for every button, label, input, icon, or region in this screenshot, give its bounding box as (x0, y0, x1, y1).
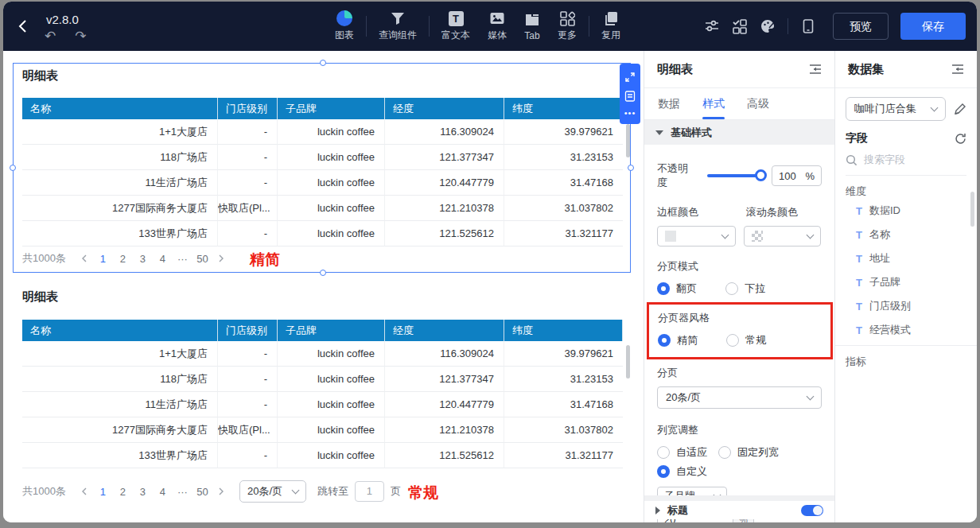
column-header[interactable]: 门店级别 (218, 98, 278, 119)
column-header[interactable]: 子品牌 (278, 98, 385, 119)
page-number[interactable]: 50 (192, 486, 212, 498)
tool-richtext[interactable]: T 富文本 (433, 11, 479, 42)
selection-handle[interactable] (10, 165, 16, 171)
component-manage-icon[interactable] (732, 18, 748, 34)
table1-scrollbar[interactable] (626, 124, 630, 157)
page-number[interactable]: 1 (93, 486, 113, 498)
page-number[interactable]: 2 (113, 253, 133, 265)
radio-page-flip[interactable] (657, 282, 670, 295)
global-settings-icon[interactable] (704, 18, 720, 34)
save-button[interactable]: 保存 (900, 13, 966, 40)
field-item[interactable]: T门店级别 (846, 294, 966, 318)
radio-paginator-normal[interactable] (726, 334, 739, 347)
column-header[interactable]: 经度 (385, 98, 504, 119)
more-actions-icon[interactable]: ••• (624, 111, 636, 115)
redo-icon[interactable]: ↷ (75, 28, 86, 45)
fullscreen-icon[interactable] (625, 72, 635, 82)
back-button[interactable] (16, 18, 32, 34)
basic-style-section-header[interactable]: 基础样式 (644, 120, 834, 145)
field-item[interactable]: T数据ID (846, 199, 966, 223)
tool-query-component[interactable]: 查询组件 (370, 10, 426, 42)
table-cell: 116.309024 (385, 341, 504, 367)
tab-advanced[interactable]: 高级 (747, 88, 769, 119)
chevron-down-icon (807, 393, 815, 401)
field-item[interactable]: T子品牌 (846, 270, 966, 294)
page-number[interactable]: 3 (133, 486, 153, 498)
column-header[interactable]: 名称 (22, 320, 218, 341)
radio-col-custom[interactable] (657, 465, 670, 478)
radio-page-dropdown[interactable] (725, 282, 738, 295)
page-ellipsis[interactable]: ··· (173, 253, 192, 265)
selection-handle[interactable] (628, 165, 634, 171)
column-header[interactable]: 经度 (385, 320, 504, 341)
column-header[interactable]: 纬度 (504, 98, 623, 119)
page-number[interactable]: 4 (153, 486, 173, 498)
next-page-icon[interactable] (212, 254, 230, 262)
column-header[interactable]: 子品牌 (278, 320, 385, 341)
field-item[interactable]: T名称 (846, 223, 966, 247)
collapse-panel-icon[interactable] (809, 64, 822, 75)
scrollbar-color-select[interactable] (744, 226, 821, 247)
title-section-row[interactable]: 标题 (644, 495, 834, 519)
edit-dataset-icon[interactable] (954, 103, 966, 115)
next-page-icon[interactable] (212, 487, 230, 495)
undo-icon[interactable]: ↶ (45, 28, 56, 45)
radio-col-auto[interactable] (657, 446, 670, 459)
prev-page-icon[interactable] (76, 254, 93, 262)
selection-handle[interactable] (320, 270, 326, 276)
caret-right-icon (655, 507, 660, 514)
title-toggle[interactable] (801, 505, 823, 516)
column-header[interactable]: 门店级别 (218, 320, 278, 341)
collapse-panel-icon[interactable] (951, 64, 964, 75)
search-field-input[interactable]: 搜索字段 (846, 153, 966, 176)
table2-scrollbar[interactable] (626, 345, 630, 379)
border-color-select[interactable] (657, 226, 736, 247)
opacity-slider[interactable] (707, 174, 761, 177)
table-cell: 39.979621 (504, 341, 623, 367)
tool-media[interactable]: 媒体 (479, 10, 515, 42)
radio-paginator-simple[interactable] (658, 334, 671, 347)
page-size-select-panel[interactable]: 20条/页 (657, 386, 822, 409)
column-header[interactable]: 纬度 (504, 320, 623, 341)
tool-chart[interactable]: 图表 (326, 10, 363, 42)
tab-data[interactable]: 数据 (658, 88, 680, 119)
refresh-icon[interactable] (955, 133, 966, 145)
page-number[interactable]: 2 (113, 486, 133, 498)
preview-button[interactable]: 预览 (833, 13, 889, 40)
design-canvas[interactable]: 明细表 名称 门店级别 子品牌 经度 纬度 1+1大厦店 - luckin co… (3, 51, 644, 522)
field-item[interactable]: T经营模式 (846, 318, 966, 342)
table-cell: luckin coffee (278, 367, 385, 392)
opacity-slider-knob[interactable] (755, 169, 767, 181)
dataset-select[interactable]: 咖啡门店合集 (846, 97, 946, 121)
opacity-input[interactable]: 100 % (772, 165, 822, 186)
page-number[interactable]: 4 (153, 253, 173, 265)
table-cell: 31.47168 (504, 392, 623, 417)
border-color-label: 边框颜色 (657, 205, 746, 219)
column-header[interactable]: 名称 (22, 98, 218, 119)
page-number[interactable]: 3 (133, 253, 153, 265)
tool-more[interactable]: 更多 (549, 10, 585, 42)
page-ellipsis[interactable]: ··· (173, 486, 192, 498)
field-list-scrollbar[interactable] (970, 192, 974, 227)
field-item[interactable]: T地址 (846, 247, 966, 270)
table-cell: luckin coffee (278, 443, 385, 468)
table-cell: 快取店(Pl... (218, 196, 278, 221)
tool-reuse[interactable]: 复用 (593, 10, 629, 42)
detail-table-1[interactable]: 名称 门店级别 子品牌 经度 纬度 1+1大厦店 - luckin coffee… (22, 98, 623, 247)
prev-page-icon[interactable] (76, 487, 93, 495)
tab-style[interactable]: 样式 (702, 88, 725, 119)
page-size-select[interactable]: 20条/页 (239, 480, 306, 503)
data-detail-icon[interactable] (624, 91, 636, 102)
page-number[interactable]: 50 (192, 253, 212, 265)
theme-palette-icon[interactable] (760, 18, 776, 34)
mobile-preview-icon[interactable] (800, 18, 816, 34)
version-label: v2.8.0 (46, 13, 79, 26)
tool-tab[interactable]: Tab (515, 12, 549, 41)
radio-col-fixed[interactable] (718, 446, 731, 459)
detail-table-2[interactable]: 名称 门店级别 子品牌 经度 纬度 1+1大厦店 - luckin coffee… (22, 320, 623, 468)
selection-handle[interactable] (320, 60, 326, 66)
page-number[interactable]: 1 (93, 253, 113, 265)
table-cell: 11生活广场店 (22, 392, 218, 417)
table-cell: luckin coffee (278, 392, 385, 417)
jump-page-input[interactable]: 1 (355, 481, 384, 502)
